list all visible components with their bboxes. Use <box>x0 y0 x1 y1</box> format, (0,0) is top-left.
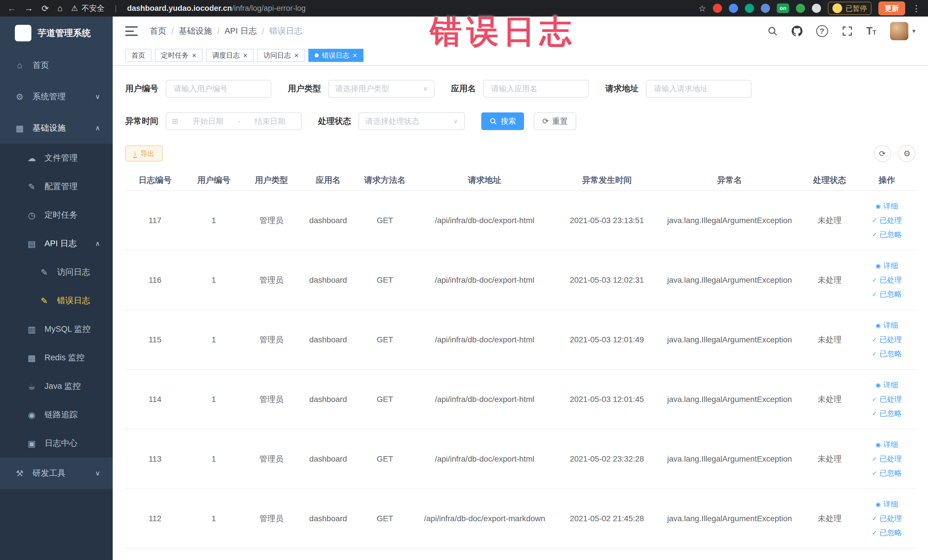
error-log-icon: ✎ <box>38 296 51 306</box>
filter-label: 用户编号 <box>125 83 158 95</box>
mark-processed-link[interactable]: ✓已处理 <box>872 335 902 345</box>
sidebar-item-error-log[interactable]: ✎ 错误日志 <box>0 287 113 315</box>
refresh-icon: ⟳ <box>879 149 885 158</box>
tab-scheduled-job[interactable]: 定时任务× <box>155 49 203 62</box>
extension-on-badge[interactable]: on <box>777 3 789 13</box>
user-type-select[interactable]: 请选择用户类型 ∨ <box>328 80 435 98</box>
detail-link[interactable]: ◉详细 <box>876 499 898 509</box>
tab-error-log[interactable]: 错误日志× <box>308 49 363 62</box>
mark-processed-link[interactable]: ✓已处理 <box>872 514 902 523</box>
active-tab-dot <box>314 53 319 57</box>
bookmark-star-icon[interactable]: ☆ <box>698 3 706 14</box>
sidebar-item-api-log[interactable]: ▤ API 日志 ∧ <box>0 229 113 258</box>
mark-ignored-link[interactable]: ✓已忽略 <box>872 230 902 240</box>
tab-job-log[interactable]: 调度日志× <box>206 49 253 62</box>
cell-process-status: 未处理 <box>801 489 858 548</box>
refresh-button[interactable]: ⟳ <box>874 145 891 162</box>
sidebar-item-dev-tools[interactable]: ⚒ 研发工具 ∨ <box>0 458 113 489</box>
mark-processed-link[interactable]: ✓已处理 <box>872 394 902 404</box>
check-icon: ✓ <box>872 515 877 522</box>
exception-time-range-picker[interactable]: ⊞ 开始日期 - 结束日期 <box>166 112 302 130</box>
mark-processed-link[interactable]: ✓已处理 <box>872 454 902 464</box>
cell-exception-name: java.lang.IllegalArgumentException <box>658 250 801 310</box>
detail-link[interactable]: ◉详细 <box>876 380 898 390</box>
fullscreen-icon[interactable] <box>842 26 853 37</box>
forward-button[interactable]: → <box>24 3 33 13</box>
sidebar-item-home[interactable]: ⌂ 首页 <box>0 50 113 81</box>
sidebar-item-link-trace[interactable]: ◉ 链路追踪 <box>0 401 113 429</box>
close-icon[interactable]: × <box>192 52 196 59</box>
github-icon[interactable] <box>792 26 803 37</box>
sidebar-item-file-mgmt[interactable]: ☁ 文件管理 <box>0 144 113 172</box>
mark-ignored-link[interactable]: ✓已忽略 <box>872 468 902 478</box>
export-button[interactable]: ↓ 导出 <box>125 145 163 162</box>
sidebar-item-java-monitor[interactable]: ☕ Java 监控 <box>0 372 113 401</box>
request-url-input[interactable] <box>646 80 751 98</box>
breadcrumb-item[interactable]: 基础设施 <box>179 25 212 37</box>
hamburger-menu-icon[interactable] <box>125 26 138 36</box>
app-title: 芋道管理系统 <box>38 27 91 39</box>
extension-paw-icon[interactable] <box>812 4 821 13</box>
home-button[interactable]: ⌂ <box>57 3 63 13</box>
user-menu[interactable]: ▾ <box>890 22 916 40</box>
sidebar-item-log-center[interactable]: ▣ 日志中心 <box>0 429 113 458</box>
mark-ignored-link[interactable]: ✓已忽略 <box>872 409 902 418</box>
mark-ignored-link[interactable]: ✓已忽略 <box>872 349 902 359</box>
user-id-input[interactable] <box>166 80 271 98</box>
sidebar-item-infrastructure[interactable]: ▦ 基础设施 ∧ <box>0 112 113 144</box>
tab-access-log[interactable]: 访问日志× <box>257 49 305 62</box>
sidebar-item-config-mgmt[interactable]: ✎ 配置管理 <box>0 172 113 201</box>
reload-button[interactable]: ⟳ <box>42 3 49 14</box>
sidebar-item-access-log[interactable]: ✎ 访问日志 <box>0 258 113 287</box>
browser-menu-button[interactable]: ⋮ <box>912 3 920 14</box>
extension-blue-icon[interactable] <box>729 4 738 13</box>
mark-ignored-link[interactable]: ✓已忽略 <box>872 528 902 538</box>
sidebar-item-system-mgmt[interactable]: ⚙ 系统管理 ∨ <box>0 81 113 112</box>
extension-red-icon[interactable] <box>713 4 722 13</box>
back-button[interactable]: ← <box>8 3 16 13</box>
help-icon[interactable]: ? <box>816 25 828 37</box>
search-button[interactable]: 搜索 <box>481 112 524 130</box>
breadcrumb-item[interactable]: API 日志 <box>224 25 257 37</box>
extension-grid-icon[interactable] <box>761 4 770 13</box>
extension-teal-icon[interactable] <box>745 4 754 13</box>
check-icon: ✓ <box>872 291 877 298</box>
extension-green-icon[interactable] <box>796 4 805 13</box>
site-security-chip[interactable]: ⚠ 不安全 <box>71 3 104 14</box>
menu-item-label: 访问日志 <box>57 267 113 278</box>
error-log-table: 日志编号用户编号用户类型应用名请求方法名请求地址异常发生时间异常名处理状态操作 … <box>125 170 916 549</box>
font-size-icon[interactable]: TT <box>866 26 876 36</box>
paused-extension-badge[interactable]: 已暂停 <box>828 2 872 15</box>
cell-process-status: 未处理 <box>801 429 858 489</box>
breadcrumb-separator: / <box>171 26 174 36</box>
sidebar-item-scheduled-job[interactable]: ◷ 定时任务 <box>0 201 113 229</box>
update-button[interactable]: 更新 <box>878 2 905 15</box>
address-bar[interactable]: dashboard.yudao.iocoder.cn /infra/log/ap… <box>127 4 306 13</box>
mark-ignored-link[interactable]: ✓已忽略 <box>872 289 902 299</box>
cell-app-name: dashboard <box>300 191 356 250</box>
process-status-select[interactable]: 请选择处理状态 ∨ <box>359 112 465 130</box>
app-logo[interactable]: 芋道管理系统 <box>0 17 113 50</box>
detail-link[interactable]: ◉详细 <box>876 201 898 211</box>
reset-button[interactable]: ⟳ 重置 <box>534 112 576 130</box>
detail-link[interactable]: ◉详细 <box>876 320 898 330</box>
app-name-input[interactable] <box>483 80 589 98</box>
search-icon[interactable] <box>767 26 778 37</box>
filter-process-status: 处理状态 请选择处理状态 ∨ <box>318 112 465 130</box>
sidebar-item-redis-monitor[interactable]: ▦ Redis 监控 <box>0 343 113 372</box>
eye-icon: ◉ <box>876 262 881 269</box>
mark-processed-link[interactable]: ✓已处理 <box>872 215 902 225</box>
detail-link[interactable]: ◉详细 <box>876 261 898 271</box>
breadcrumb-separator: / <box>262 26 264 36</box>
close-icon[interactable]: × <box>243 52 247 59</box>
mark-processed-link[interactable]: ✓已处理 <box>872 275 902 285</box>
detail-link[interactable]: ◉详细 <box>876 439 898 450</box>
close-icon[interactable]: × <box>294 52 298 59</box>
cell-log-id: 113 <box>125 429 185 489</box>
sidebar-item-mysql-monitor[interactable]: ▥ MySQL 监控 <box>0 315 113 343</box>
breadcrumb-item[interactable]: 首页 <box>150 25 166 37</box>
column-settings-button[interactable]: ⚙ <box>898 145 916 162</box>
close-icon[interactable]: × <box>353 52 357 59</box>
tab-home[interactable]: 首页 <box>125 49 151 62</box>
menu-item-label: MySQL 监控 <box>44 323 113 335</box>
